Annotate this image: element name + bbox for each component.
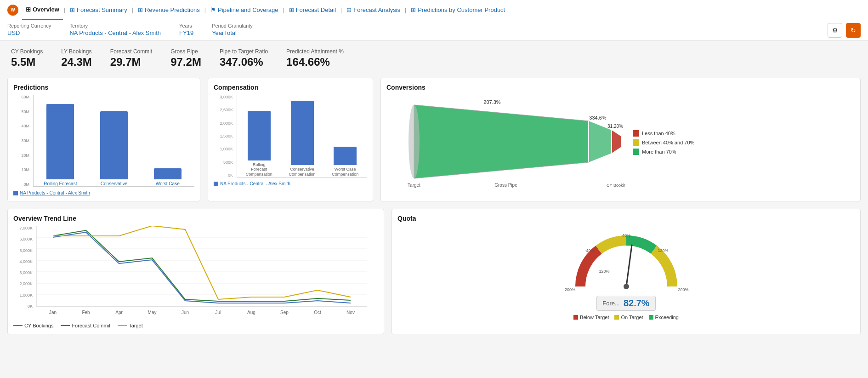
legend-forecast-commit[interactable]: Forecast Commit xyxy=(61,323,110,328)
trend-svg: Jan Feb Apr May Jun Jul Aug Sep Oct Nov xyxy=(36,226,367,318)
filter-bar: Reporting Currency USD Territory NA Prod… xyxy=(0,20,868,41)
svg-text:200%: 200% xyxy=(678,287,688,292)
funnel-left-cap xyxy=(408,105,420,178)
gauge-svg: -200% -40% 40% 120% 200% 120% xyxy=(562,227,691,300)
filter-period-value[interactable]: YearTotal xyxy=(212,29,253,36)
kpi-pipe-target-ratio: Pipe to Target Ratio 347.06% xyxy=(220,48,268,69)
revenue-predictions-icon: ⊞ xyxy=(138,6,143,13)
nav-forecast-analysis[interactable]: ⊞ Forecast Analysis xyxy=(343,0,404,20)
svg-text:40%: 40% xyxy=(622,233,630,238)
nav-sep-5: | xyxy=(340,7,343,13)
kpi-cy-bookings: CY Bookings 5.5M xyxy=(11,48,43,69)
svg-text:-40%: -40% xyxy=(584,248,594,253)
main-content: CY Bookings 5.5M LY Bookings 24.3M Forec… xyxy=(0,41,868,342)
gauge-percent-value: 82.7% xyxy=(624,298,650,309)
filter-period-label: Period Granularity xyxy=(212,23,253,29)
kpi-gross-pipe: Gross Pipe 97.2M xyxy=(170,48,201,69)
legend-cy-bookings[interactable]: CY Bookings xyxy=(13,323,53,328)
kpi-ly-bookings: LY Bookings 24.3M xyxy=(61,48,92,69)
predictions-legend-dot xyxy=(13,191,18,195)
predictions-legend: NA Products - Central - Alex Smith xyxy=(13,190,194,195)
nav-pipeline-coverage[interactable]: ⚑ Pipeline and Coverage xyxy=(207,0,282,20)
forecast-analysis-icon: ⊞ xyxy=(346,6,352,13)
filter-years-label: Years xyxy=(179,23,193,29)
filter-years-value[interactable]: FY19 xyxy=(179,29,193,36)
gauge-label-box: Fore... 82.7% xyxy=(596,296,655,311)
conversions-chart-panel: Conversions xyxy=(380,78,861,201)
gauge-pivot xyxy=(624,284,629,289)
settings-button[interactable]: ⚙ xyxy=(828,23,842,38)
gauge-container: -200% -40% 40% 120% 200% 120% Fore... 82… xyxy=(397,227,855,320)
filter-currency-label: Reporting Currency xyxy=(7,23,51,29)
filter-years: Years FY19 xyxy=(179,23,193,36)
filter-currency: Reporting Currency USD xyxy=(7,23,51,36)
funnel-axis-target: Target xyxy=(408,183,420,188)
filter-actions: ⚙ ↻ xyxy=(828,23,861,38)
quota-title: Quota xyxy=(397,215,855,222)
kpi-row: CY Bookings 5.5M LY Bookings 24.3M Forec… xyxy=(7,48,861,69)
nav-sep-2: | xyxy=(131,7,134,13)
filter-territory: Territory NA Products - Central - Alex S… xyxy=(69,23,161,36)
trend-y-axis: 7,000K 6,000K 5,000K 4,000K 3,000K 2,000… xyxy=(13,226,33,309)
nav-predictions-customer[interactable]: ⊞ Predictions by Customer Product xyxy=(407,0,509,20)
funnel-legend-gt70: More than 70% xyxy=(633,149,694,155)
nav-sep-3: | xyxy=(204,7,207,13)
pipeline-icon: ⚑ xyxy=(210,6,216,13)
refresh-button[interactable]: ↻ xyxy=(846,23,861,38)
funnel-legend-40-70: Between 40% and 70% xyxy=(633,139,694,146)
filter-territory-value[interactable]: NA Products - Central - Alex Smith xyxy=(69,29,161,36)
conversions-title: Conversions xyxy=(386,84,855,91)
quota-legend-below: Below Target xyxy=(573,315,609,320)
svg-text:Aug: Aug xyxy=(247,310,255,315)
compensation-legend: NA Products - Central - Alex Smith xyxy=(214,181,367,186)
quota-legend-exceeding: Exceeding xyxy=(649,315,679,320)
filter-currency-value[interactable]: USD xyxy=(7,29,51,36)
svg-text:Sep: Sep xyxy=(280,310,289,315)
bottom-row: Overview Trend Line 7,000K 6,000K 5,000K… xyxy=(7,209,861,334)
nav-overview[interactable]: ⊞ Overview xyxy=(22,0,63,20)
trend-target-line xyxy=(53,226,351,299)
predictions-legend-label[interactable]: NA Products - Central - Alex Smith xyxy=(20,190,90,195)
svg-text:Oct: Oct xyxy=(314,310,321,315)
predictions-title: Predictions xyxy=(13,84,194,91)
funnel-axis-cy: CY Bookings xyxy=(607,183,625,188)
comp-bar-worst: Worst Case Compensation xyxy=(327,147,363,177)
funnel-axis-gross: Gross Pipe xyxy=(494,183,517,188)
nav-sep-4: | xyxy=(282,7,285,13)
trend-chart-panel: Overview Trend Line 7,000K 6,000K 5,000K… xyxy=(7,209,384,334)
svg-text:Jun: Jun xyxy=(182,310,189,315)
quota-legend-ontarget: On Target xyxy=(614,315,643,320)
conversions-content: 207.3% 334.6% 31.20% Target Gross Pipe C… xyxy=(386,96,855,189)
svg-text:Jul: Jul xyxy=(216,310,221,315)
nav-forecast-summary[interactable]: ⊞ Forecast Summary xyxy=(66,0,131,20)
nav-revenue-predictions[interactable]: ⊞ Revenue Predictions xyxy=(134,0,204,20)
gauge-needle xyxy=(626,245,632,286)
compensation-y-axis: 3,000K 2,500K 2,000K 1,500K 1,000K 500K … xyxy=(214,95,233,178)
funnel-label-207: 207.3% xyxy=(483,99,501,105)
bar-worst-case: Worst Case xyxy=(145,168,190,186)
bar-rolling-forecast: Rolling Forecast xyxy=(38,104,83,186)
svg-text:May: May xyxy=(148,310,157,315)
compensation-chart-panel: Compensation 3,000K 2,500K 2,000K 1,500K… xyxy=(208,78,373,201)
predictions-y-axis: 60M 50M 40M 30M 20M 10M 0M xyxy=(13,95,29,187)
trend-title: Overview Trend Line xyxy=(13,215,378,222)
compensation-bars: Rolling Forecast Compensation Conservati… xyxy=(237,95,367,178)
kpi-forecast-commit: Forecast Commit 29.7M xyxy=(110,48,152,69)
nav-sep-6: | xyxy=(404,7,407,13)
nav-forecast-detail[interactable]: ⊞ Forecast Detail xyxy=(285,0,340,20)
funnel-label-334: 334.6% xyxy=(589,115,607,120)
trend-chart-content: 7,000K 6,000K 5,000K 4,000K 3,000K 2,000… xyxy=(13,226,378,319)
forecast-summary-icon: ⊞ xyxy=(70,6,75,13)
forecast-detail-icon: ⊞ xyxy=(289,6,294,13)
legend-target[interactable]: Target xyxy=(118,323,143,328)
trend-legend: CY Bookings Forecast Commit Target xyxy=(13,323,378,328)
funnel-legend: Less than 40% Between 40% and 70% More t… xyxy=(633,130,694,155)
filter-period: Period Granularity YearTotal xyxy=(212,23,253,36)
comp-legend-label[interactable]: NA Products - Central - Alex Smith xyxy=(220,181,290,186)
quota-legend: Below Target On Target Exceeding xyxy=(573,315,679,320)
trend-chart-area: Jan Feb Apr May Jun Jul Aug Sep Oct Nov xyxy=(36,226,378,319)
funnel-legend-lt40: Less than 40% xyxy=(633,130,694,137)
comp-legend-dot xyxy=(214,182,218,186)
charts-row: Predictions 60M 50M 40M 30M 20M 10M 0M xyxy=(7,78,861,201)
kpi-predicted-attainment: Predicted Attainment % 164.66% xyxy=(286,48,344,69)
